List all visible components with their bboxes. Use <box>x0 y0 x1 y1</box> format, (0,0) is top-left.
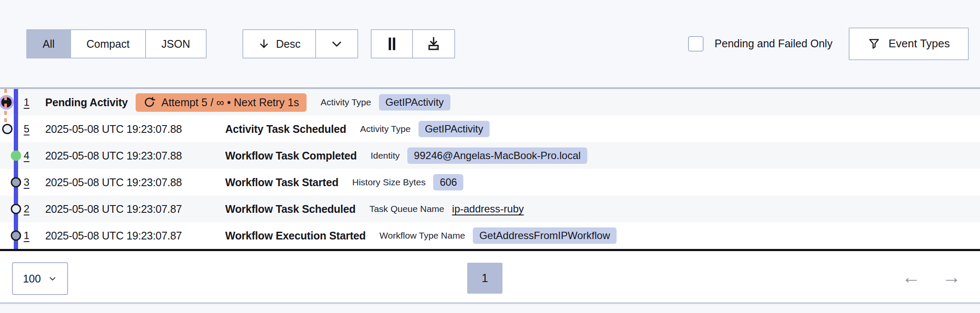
event-row[interactable]: 5 2025-05-08 UTC 19:23:07.88 Activity Ta… <box>0 116 980 142</box>
event-name: Workflow Task Scheduled <box>225 203 356 215</box>
arrow-left-icon[interactable]: ← <box>902 267 921 286</box>
download-icon <box>426 36 441 52</box>
event-detail-label: History Size Bytes <box>352 177 425 187</box>
page-size-select[interactable]: 100 <box>12 262 68 295</box>
event-history-list: 1 Pending Activity Attempt 5 / ∞ • Next … <box>0 89 980 249</box>
event-detail-label: Workflow Type Name <box>379 230 465 241</box>
view-mode-toggle: AllCompactJSON <box>26 29 207 58</box>
pending-retry-dashed-line <box>4 89 7 124</box>
pending-failed-only-label: Pending and Failed Only <box>715 37 833 50</box>
playback-download-group <box>371 29 455 58</box>
sort-desc-button[interactable]: Desc <box>243 30 316 58</box>
event-status-dot <box>11 150 21 161</box>
event-history-toolbar: AllCompactJSON Desc <box>0 0 980 87</box>
sort-label: Desc <box>276 38 301 50</box>
toolbar-right-cluster: Pending and Failed Only Event Types <box>688 0 969 87</box>
event-detail-label: Activity Type <box>320 97 371 107</box>
event-detail-label: Task Queue Name <box>369 204 444 214</box>
event-name: Workflow Execution Started <box>225 230 366 242</box>
pagination-footer: 100 1 ← → <box>0 251 980 302</box>
event-id-link[interactable]: 4 <box>24 150 33 162</box>
retry-icon <box>143 96 155 108</box>
event-timestamp: 2025-05-08 UTC 19:23:07.88 <box>45 150 213 162</box>
event-row[interactable]: 3 2025-05-08 UTC 19:23:07.88 Workflow Ta… <box>0 169 980 196</box>
event-detail-value: 99246@Angelas-MacBook-Pro.local <box>407 147 587 164</box>
pager-arrows: ← → <box>902 251 961 302</box>
event-detail-value: GetAddressFromIPWorkflow <box>473 227 617 244</box>
arrow-down-icon <box>258 38 270 50</box>
pending-failed-only-toggle[interactable]: Pending and Failed Only <box>688 36 833 52</box>
event-row[interactable]: 1 Pending Activity Attempt 5 / ∞ • Next … <box>0 89 980 116</box>
sort-menu-button[interactable] <box>316 30 357 58</box>
chevron-down-icon <box>330 37 343 50</box>
event-row[interactable]: 4 2025-05-08 UTC 19:23:07.88 Workflow Ta… <box>0 142 980 169</box>
timeline-line <box>14 89 18 249</box>
event-name: Workflow Task Started <box>225 176 338 189</box>
event-detail-value: 606 <box>433 174 463 190</box>
event-detail-value: GetIPActivity <box>419 121 490 137</box>
view-mode-all[interactable]: All <box>27 30 71 58</box>
download-button[interactable] <box>413 30 454 58</box>
event-detail-label: Activity Type <box>360 124 411 134</box>
event-history-page: AllCompactJSON Desc <box>0 0 980 313</box>
view-mode-compact[interactable]: Compact <box>71 30 146 58</box>
event-name: Pending Activity <box>45 96 128 109</box>
sort-order-control: Desc <box>242 29 358 58</box>
event-id-link[interactable]: 2 <box>24 203 33 215</box>
event-status-dot <box>11 204 21 214</box>
event-timestamp: 2025-05-08 UTC 19:23:07.87 <box>45 203 213 215</box>
pause-button[interactable] <box>372 30 413 58</box>
pause-icon <box>385 37 398 51</box>
pending-retry-badge: Attempt 5 / ∞ • Next Retry 1s <box>136 93 307 112</box>
page-1-button[interactable]: 1 <box>467 263 502 294</box>
event-id-link[interactable]: 3 <box>24 176 33 188</box>
event-types-label: Event Types <box>888 37 950 50</box>
event-id-link[interactable]: 1 <box>24 96 33 108</box>
event-timestamp: 2025-05-08 UTC 19:23:07.88 <box>45 123 213 135</box>
event-detail-value[interactable]: ip-address-ruby <box>452 203 524 215</box>
event-timestamp: 2025-05-08 UTC 19:23:07.88 <box>45 176 213 189</box>
event-status-dot <box>11 230 21 241</box>
event-row[interactable]: 1 2025-05-08 UTC 19:23:07.87 Workflow Ex… <box>0 222 980 249</box>
event-timestamp: 2025-05-08 UTC 19:23:07.87 <box>45 230 213 242</box>
event-name: Activity Task Scheduled <box>225 123 346 135</box>
chevron-down-icon <box>48 274 57 283</box>
filter-funnel-icon <box>868 37 881 50</box>
event-status-dot <box>2 124 12 134</box>
event-name: Workflow Task Completed <box>225 150 357 162</box>
event-id-link[interactable]: 5 <box>24 123 33 135</box>
event-detail-value: GetIPActivity <box>379 94 450 110</box>
retry-badge-text: Attempt 5 / ∞ • Next Retry 1s <box>161 96 299 109</box>
arrow-right-icon[interactable]: → <box>942 267 961 286</box>
pending-failed-only-checkbox[interactable] <box>688 36 704 52</box>
bottom-strip <box>0 304 980 313</box>
event-types-filter-button[interactable]: Event Types <box>849 28 969 60</box>
event-id-link[interactable]: 1 <box>24 230 33 242</box>
event-status-dot <box>11 177 21 187</box>
view-mode-json[interactable]: JSON <box>146 30 206 58</box>
event-row[interactable]: 2 2025-05-08 UTC 19:23:07.87 Workflow Ta… <box>0 196 980 222</box>
event-detail-label: Identity <box>371 150 400 161</box>
page-size-value: 100 <box>23 273 41 285</box>
